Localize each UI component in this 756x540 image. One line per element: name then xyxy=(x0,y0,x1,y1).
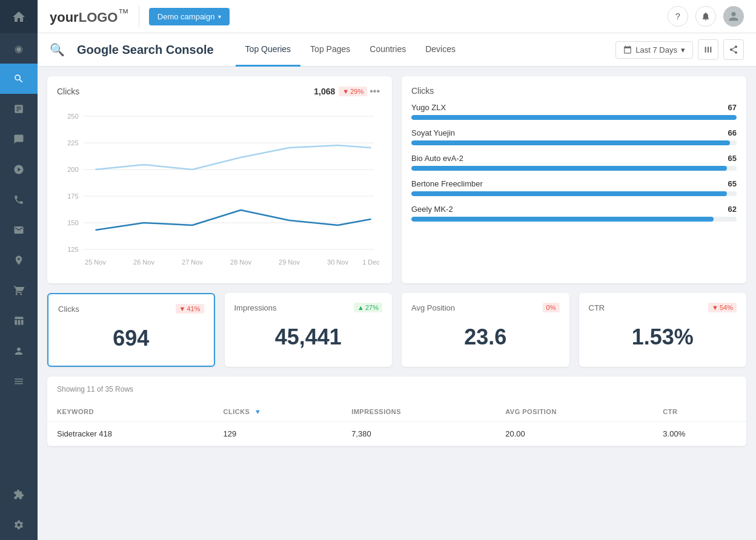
data-table: KEYWORD CLICKS ▼ IMPRESSIONS AVG POSITIO… xyxy=(47,402,746,446)
line-chart-svg: 250 225 200 175 150 125 25 Nov 26 Nov 27… xyxy=(57,104,382,274)
bar-item-value: 67 xyxy=(728,103,737,112)
stat-impressions-label: Impressions xyxy=(234,303,277,312)
bar-item-4: Bertone Freeclimber 65 xyxy=(411,179,737,196)
stat-impressions-value: 45,441 xyxy=(234,320,383,355)
help-icon: ? xyxy=(675,12,680,21)
stat-card-clicks[interactable]: Clicks ▼ 41% 694 xyxy=(47,293,215,367)
col-impressions: IMPRESSIONS xyxy=(342,402,496,422)
nav-list-icon[interactable] xyxy=(0,366,38,397)
chart-area: 250 225 200 175 150 125 25 Nov 26 Nov 27… xyxy=(57,104,382,274)
svg-text:1 Dec: 1 Dec xyxy=(362,258,380,266)
demo-campaign-button[interactable]: Demo campaign ▾ xyxy=(149,8,230,25)
stat-avgpos-change: 0% xyxy=(543,303,560,312)
bar-item-1: Yugo ZLX 67 xyxy=(411,103,737,120)
svg-text:125: 125 xyxy=(67,246,78,253)
share-button[interactable] xyxy=(723,39,744,60)
stat-card-impressions[interactable]: Impressions ▲ 27% 45,441 xyxy=(225,293,393,367)
more-options-button[interactable]: ••• xyxy=(367,86,382,97)
svg-text:200: 200 xyxy=(67,166,78,173)
notifications-button[interactable] xyxy=(695,6,716,27)
sub-header: 🔍 Google Search Console Top Queries Top … xyxy=(38,33,756,67)
content-area: Clicks 1,068 ▼ 29% ••• xyxy=(38,67,756,540)
bar-item-value: 65 xyxy=(728,154,737,163)
stat-avgpos-value: 23.6 xyxy=(411,320,560,355)
chart-card-header: Clicks 1,068 ▼ 29% ••• xyxy=(57,86,382,97)
bar-track xyxy=(411,191,737,196)
cell-impressions: 7,380 xyxy=(342,422,496,446)
col-ctr: CTR xyxy=(653,402,746,422)
svg-text:27 Nov: 27 Nov xyxy=(182,258,203,266)
top-row: Clicks 1,068 ▼ 29% ••• xyxy=(47,76,746,283)
tab-top-queries[interactable]: Top Queries xyxy=(236,33,300,67)
logo-text: yourLOGO™ xyxy=(50,7,129,25)
down-arrow: ▼ xyxy=(179,305,186,312)
nav-cart-icon[interactable] xyxy=(0,275,38,306)
nav-settings-icon[interactable] xyxy=(0,510,38,540)
nav-location-icon[interactable] xyxy=(0,245,38,275)
nav-phone-icon[interactable] xyxy=(0,185,38,215)
table-header: KEYWORD CLICKS ▼ IMPRESSIONS AVG POSITIO… xyxy=(47,402,746,422)
tab-devices[interactable]: Devices xyxy=(416,33,465,67)
stat-clicks-value: 694 xyxy=(58,321,204,356)
bar-item-name: Geely MK-2 xyxy=(411,205,453,214)
logo-logo: LOGO xyxy=(79,10,118,25)
nav-table-icon[interactable] xyxy=(0,306,38,336)
nav-target-icon[interactable] xyxy=(0,154,38,185)
page-title: Google Search Console xyxy=(77,43,214,57)
left-sidebar: ◉ xyxy=(0,0,38,540)
bar-fill xyxy=(411,140,730,145)
help-button[interactable]: ? xyxy=(668,6,688,27)
clicks-chart-card: Clicks 1,068 ▼ 29% ••• xyxy=(47,76,392,283)
demo-campaign-label: Demo campaign xyxy=(158,12,215,21)
tab-top-pages[interactable]: Top Pages xyxy=(300,33,360,67)
date-range-label: Last 7 Days xyxy=(635,45,677,54)
stat-card-avg-position[interactable]: Avg Position 0% 23.6 xyxy=(402,293,569,367)
nav-mail-icon[interactable] xyxy=(0,215,38,245)
stat-clicks-change: ▼ 41% xyxy=(176,304,204,314)
nav-reports-icon[interactable] xyxy=(0,94,38,124)
date-dropdown-arrow: ▾ xyxy=(681,45,685,54)
bar-item-value: 66 xyxy=(728,128,737,137)
stat-clicks-label: Clicks xyxy=(58,305,79,314)
svg-text:250: 250 xyxy=(67,113,78,120)
nav-analytics-icon[interactable]: ◉ xyxy=(0,33,38,64)
bar-item-name: Yugo ZLX xyxy=(411,103,446,112)
nav-home-icon[interactable] xyxy=(0,0,38,33)
col-avg-position: AVG POSITION xyxy=(496,402,653,422)
stat-ctr-value: 1.53% xyxy=(589,320,737,355)
share-icon xyxy=(729,45,738,54)
topbar-divider xyxy=(139,6,139,27)
down-arrow-icon: ▼ xyxy=(342,88,349,95)
bar-item-name: Bio Auto evA-2 xyxy=(411,154,463,163)
logo-tm: ™ xyxy=(118,7,128,19)
data-table-card: Showing 11 of 35 Rows KEYWORD CLICKS ▼ I… xyxy=(47,377,746,446)
bar-fill xyxy=(411,166,727,171)
bar-item-5: Geely MK-2 62 xyxy=(411,205,737,222)
columns-icon xyxy=(703,45,713,54)
svg-text:225: 225 xyxy=(67,139,78,147)
dropdown-arrow-icon: ▾ xyxy=(218,13,221,20)
stat-card-ctr[interactable]: CTR ▼ 54% 1.53% xyxy=(579,293,747,367)
cell-keyword: Sidetracker 418 xyxy=(47,422,213,446)
down-arrow: ▼ xyxy=(712,304,718,311)
bell-icon xyxy=(701,12,711,21)
nav-search-icon[interactable] xyxy=(0,64,38,94)
topbar: yourLOGO™ Demo campaign ▾ ? xyxy=(38,0,756,33)
nav-plugin-icon[interactable] xyxy=(0,479,38,510)
col-clicks[interactable]: CLICKS ▼ xyxy=(213,402,342,422)
logo-your: your xyxy=(50,10,79,25)
logo-area: yourLOGO™ xyxy=(50,7,129,25)
table-row: Sidetracker 418 129 7,380 20.00 3.00% xyxy=(47,422,746,446)
chart-change-badge: ▼ 29% xyxy=(339,87,367,96)
nav-chat-icon[interactable] xyxy=(0,124,38,154)
bar-track xyxy=(411,166,737,171)
nav-user-icon[interactable] xyxy=(0,336,38,366)
user-avatar[interactable] xyxy=(723,6,744,27)
cell-avg-position: 20.00 xyxy=(496,422,653,446)
bar-track xyxy=(411,115,737,120)
date-range-button[interactable]: Last 7 Days ▾ xyxy=(615,41,693,59)
sort-arrow-icon: ▼ xyxy=(254,408,261,415)
svg-text:175: 175 xyxy=(67,193,78,200)
tab-countries[interactable]: Countries xyxy=(360,33,416,67)
columns-button[interactable] xyxy=(698,39,718,60)
